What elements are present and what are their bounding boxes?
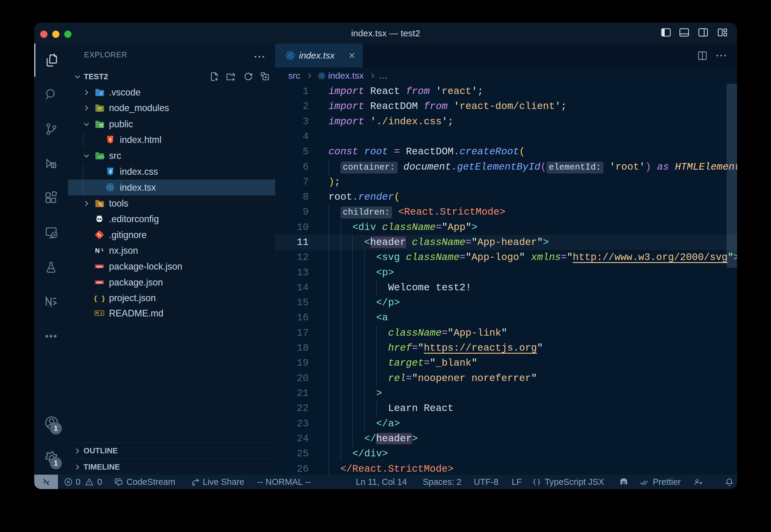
svg-text:JS: JS (98, 108, 101, 111)
svg-text:3: 3 (109, 169, 111, 174)
svg-text:N: N (95, 247, 100, 254)
svg-text:{ }: { } (94, 295, 104, 302)
svg-text:npm: npm (96, 281, 103, 284)
svg-text:5: 5 (109, 137, 111, 142)
svg-text:</>: </> (98, 155, 105, 159)
svg-text:npm: npm (96, 265, 103, 268)
